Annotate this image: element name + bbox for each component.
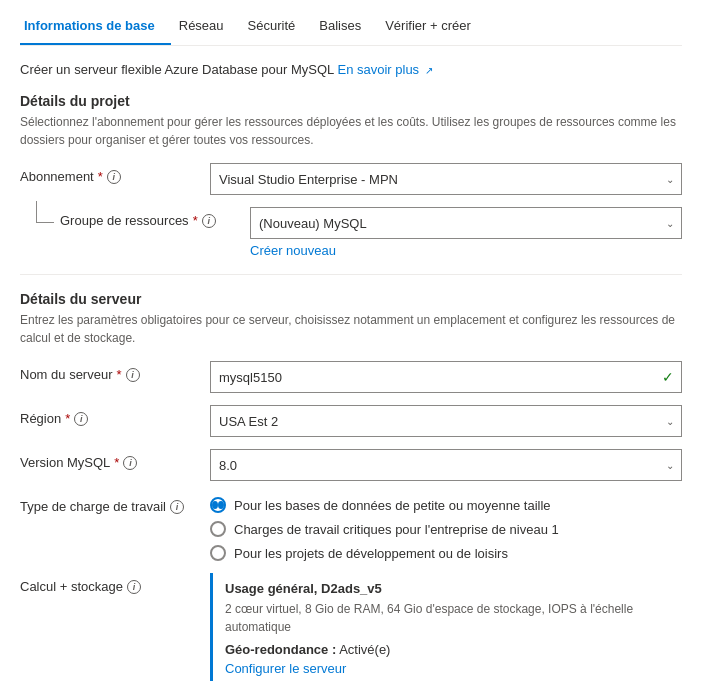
storage-desc: 2 cœur virtuel, 8 Gio de RAM, 64 Gio d'e… (225, 600, 670, 636)
region-row: Région * i USA Est 2 ⌄ (20, 405, 682, 437)
workload-label: Type de charge de travail i (20, 493, 210, 514)
groupe-ressources-control: (Nouveau) MySQL ⌄ Créer nouveau (250, 207, 682, 258)
tab-securite[interactable]: Sécurité (244, 8, 312, 45)
tab-verifier[interactable]: Vérifier + créer (381, 8, 487, 45)
abonnement-select[interactable]: Visual Studio Enterprise - MPN (210, 163, 682, 195)
region-select[interactable]: USA Est 2 (210, 405, 682, 437)
workload-label-dev: Pour les projets de développement ou de … (234, 546, 508, 561)
nom-serveur-control: ✓ (210, 361, 682, 393)
version-mysql-info-icon[interactable]: i (123, 456, 137, 470)
create-new-link[interactable]: Créer nouveau (250, 243, 682, 258)
calcul-stockage-box: Usage général, D2ads_v5 2 cœur virtuel, … (210, 573, 682, 681)
divider-1 (20, 274, 682, 275)
calcul-stockage-info-icon[interactable]: i (127, 580, 141, 594)
workload-info-icon[interactable]: i (170, 500, 184, 514)
tab-balises[interactable]: Balises (315, 8, 377, 45)
nom-serveur-label: Nom du serveur * i (20, 361, 210, 382)
version-mysql-select[interactable]: 8.0 (210, 449, 682, 481)
storage-geo: Géo-redondance : Activé(e) (225, 642, 670, 657)
groupe-ressources-label: Groupe de ressources * i (60, 207, 250, 228)
region-required: * (65, 411, 70, 426)
workload-label-critical: Charges de travail critiques pour l'entr… (234, 522, 559, 537)
intro-text: Créer un serveur flexible Azure Database… (20, 62, 682, 77)
abonnement-control: Visual Studio Enterprise - MPN ⌄ (210, 163, 682, 195)
groupe-ressources-dropdown-wrapper: (Nouveau) MySQL ⌄ (250, 207, 682, 239)
region-dropdown-wrapper: USA Est 2 ⌄ (210, 405, 682, 437)
abonnement-row: Abonnement * i Visual Studio Enterprise … (20, 163, 682, 195)
project-details-desc: Sélectionnez l'abonnement pour gérer les… (20, 113, 682, 149)
version-mysql-required: * (114, 455, 119, 470)
calcul-stockage-row: Calcul + stockage i Usage général, D2ads… (20, 573, 682, 681)
workload-radio-critical (210, 521, 226, 537)
tab-reseau[interactable]: Réseau (175, 8, 240, 45)
server-details-title: Détails du serveur (20, 291, 682, 307)
version-mysql-control: 8.0 ⌄ (210, 449, 682, 481)
nom-serveur-check-icon: ✓ (662, 369, 674, 385)
tab-bar: Informations de base Réseau Sécurité Bal… (20, 0, 682, 46)
workload-radio-small (210, 497, 226, 513)
region-label: Région * i (20, 405, 210, 426)
groupe-ressources-row: Groupe de ressources * i (Nouveau) MySQL… (60, 207, 682, 258)
abonnement-required: * (98, 169, 103, 184)
groupe-ressources-required: * (193, 213, 198, 228)
workload-radio-dev (210, 545, 226, 561)
nom-serveur-row: Nom du serveur * i ✓ (20, 361, 682, 393)
abonnement-info-icon[interactable]: i (107, 170, 121, 184)
learn-more-link[interactable]: En savoir plus ↗ (337, 62, 432, 77)
calcul-stockage-label: Calcul + stockage i (20, 573, 210, 594)
region-info-icon[interactable]: i (74, 412, 88, 426)
nom-serveur-info-icon[interactable]: i (126, 368, 140, 382)
workload-control: Pour les bases de données de petite ou m… (210, 493, 682, 561)
workload-option-small[interactable]: Pour les bases de données de petite ou m… (210, 497, 682, 513)
configure-server-link[interactable]: Configurer le serveur (225, 661, 346, 676)
version-mysql-dropdown-wrapper: 8.0 ⌄ (210, 449, 682, 481)
tab-informations[interactable]: Informations de base (20, 8, 171, 45)
server-details-desc: Entrez les paramètres obligatoires pour … (20, 311, 682, 347)
groupe-ressources-select[interactable]: (Nouveau) MySQL (250, 207, 682, 239)
version-mysql-label: Version MySQL * i (20, 449, 210, 470)
version-mysql-row: Version MySQL * i 8.0 ⌄ (20, 449, 682, 481)
workload-label-small: Pour les bases de données de petite ou m… (234, 498, 551, 513)
nom-serveur-input[interactable] (210, 361, 682, 393)
workload-option-critical[interactable]: Charges de travail critiques pour l'entr… (210, 521, 682, 537)
workload-option-dev[interactable]: Pour les projets de développement ou de … (210, 545, 682, 561)
workload-row: Type de charge de travail i Pour les bas… (20, 493, 682, 561)
storage-title: Usage général, D2ads_v5 (225, 581, 670, 596)
groupe-ressources-info-icon[interactable]: i (202, 214, 216, 228)
region-control: USA Est 2 ⌄ (210, 405, 682, 437)
nom-serveur-input-wrapper: ✓ (210, 361, 682, 393)
ext-link-icon: ↗ (425, 65, 433, 76)
page-container: Informations de base Réseau Sécurité Bal… (0, 0, 702, 681)
nom-serveur-required: * (116, 367, 121, 382)
abonnement-dropdown-wrapper: Visual Studio Enterprise - MPN ⌄ (210, 163, 682, 195)
project-details-title: Détails du projet (20, 93, 682, 109)
abonnement-label: Abonnement * i (20, 163, 210, 184)
